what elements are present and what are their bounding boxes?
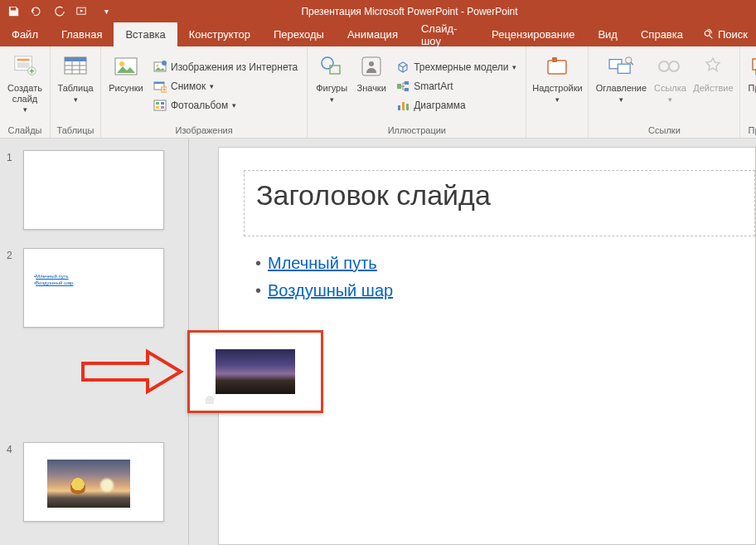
zoom-summary-icon bbox=[608, 53, 634, 80]
title-bar: ▾ Презентация Microsoft PowerPoint - Pow… bbox=[0, 0, 756, 22]
online-pictures-label: Изображения из Интернета bbox=[171, 61, 298, 73]
svg-rect-34 bbox=[402, 102, 405, 110]
tab-help[interactable]: Справка bbox=[629, 22, 695, 46]
pictures-icon bbox=[113, 53, 139, 80]
group-label-tables: Таблицы bbox=[54, 124, 97, 138]
ribbon-group-links: Оглавление ▾ Ссылка ▾ Действие Ссылки bbox=[589, 46, 740, 138]
shapes-button[interactable]: Фигуры ▾ bbox=[311, 48, 352, 124]
table-button[interactable]: Таблица ▾ bbox=[54, 48, 97, 124]
icons-button[interactable]: Значки bbox=[352, 48, 390, 124]
addins-button[interactable]: Надстройки ▾ bbox=[530, 48, 584, 124]
online-pictures-button[interactable]: Изображения из Интернета bbox=[151, 59, 300, 75]
dropdown-caret-icon: ▾ bbox=[330, 95, 334, 104]
thumbnail-row: 1 bbox=[0, 147, 188, 245]
tell-me-search[interactable]: Поиск bbox=[695, 22, 756, 46]
svg-point-26 bbox=[322, 57, 333, 69]
tab-home[interactable]: Главная bbox=[50, 22, 114, 46]
start-from-beginning-icon[interactable] bbox=[76, 5, 90, 18]
dropdown-caret-icon: ▾ bbox=[668, 95, 672, 104]
tab-transitions[interactable]: Переходы bbox=[262, 22, 336, 46]
svg-rect-4 bbox=[17, 59, 30, 61]
group-label-addins bbox=[530, 124, 584, 138]
table-label: Таблица bbox=[57, 83, 93, 94]
svg-point-42 bbox=[659, 61, 669, 71]
svg-line-41 bbox=[632, 62, 634, 65]
tab-view[interactable]: Вид bbox=[586, 22, 629, 46]
slide-title-placeholder[interactable]: Заголовок слайда bbox=[244, 170, 755, 236]
tab-animations[interactable]: Анимация bbox=[336, 22, 410, 46]
bullet-item: • Млечный путь bbox=[255, 254, 393, 273]
pictures-button[interactable]: Рисунки bbox=[104, 48, 148, 124]
new-slide-icon bbox=[12, 53, 38, 80]
group-label-links: Ссылки bbox=[592, 124, 736, 138]
bullet-item: • Воздушный шар bbox=[255, 281, 393, 300]
tab-slideshow[interactable]: Слайд-шоу bbox=[410, 22, 480, 46]
svg-point-1 bbox=[705, 31, 710, 36]
chart-icon bbox=[396, 99, 410, 112]
svg-rect-19 bbox=[154, 82, 164, 84]
slide-thumbnail-1[interactable] bbox=[23, 150, 164, 230]
photo-album-button[interactable]: Фотоальбом ▾ bbox=[151, 97, 300, 114]
svg-point-17 bbox=[162, 61, 167, 66]
hyperlink-2[interactable]: Воздушный шар bbox=[268, 281, 393, 300]
qat-customize-icon[interactable]: ▾ bbox=[99, 5, 113, 18]
screenshot-button[interactable]: Снимок ▾ bbox=[151, 78, 300, 95]
pictures-label: Рисунки bbox=[109, 83, 143, 94]
comment-button[interactable]: Приме bbox=[744, 48, 756, 124]
3d-models-label: Трехмерные модели bbox=[414, 61, 508, 73]
svg-rect-25 bbox=[161, 106, 164, 109]
dragged-slide-thumbnail[interactable] bbox=[187, 330, 323, 413]
new-slide-label: Создать слайд bbox=[3, 83, 46, 104]
3d-models-icon bbox=[396, 61, 410, 74]
slide-number: 2 bbox=[7, 248, 17, 261]
svg-rect-8 bbox=[65, 57, 86, 61]
dropdown-caret-icon: ▾ bbox=[210, 82, 214, 90]
svg-rect-22 bbox=[156, 102, 159, 105]
slide-thumbnail-4[interactable] bbox=[23, 442, 164, 522]
undo-icon[interactable] bbox=[30, 5, 43, 18]
svg-rect-32 bbox=[405, 88, 409, 91]
svg-point-16 bbox=[157, 64, 159, 66]
slide-body-placeholder[interactable]: • Млечный путь • Воздушный шар bbox=[255, 254, 393, 309]
group-label-illustrations: Иллюстрации bbox=[311, 124, 522, 138]
svg-rect-31 bbox=[405, 81, 409, 85]
smartart-button[interactable]: SmartArt bbox=[394, 78, 519, 95]
action-button: Действие bbox=[690, 48, 736, 124]
ribbon-tabs: Файл Главная Вставка Конструктор Переход… bbox=[0, 22, 756, 46]
main-area: 1 2 Млечный путь Воздушный шар 4 Заголов… bbox=[0, 139, 756, 545]
photo-album-icon bbox=[153, 99, 167, 112]
svg-line-2 bbox=[710, 35, 713, 38]
tab-insert[interactable]: Вставка bbox=[114, 22, 177, 46]
thumbnail-image-preview bbox=[216, 349, 295, 394]
chart-button[interactable]: Диаграмма bbox=[394, 97, 519, 114]
zoom-summary-button[interactable]: Оглавление ▾ bbox=[592, 48, 650, 124]
group-label-comments: Приме bbox=[744, 124, 756, 138]
dropdown-caret-icon: ▾ bbox=[555, 95, 560, 104]
tab-file[interactable]: Файл bbox=[0, 22, 50, 46]
shapes-label: Фигуры bbox=[316, 83, 347, 94]
slide-thumbnail-2[interactable]: Млечный путь Воздушный шар bbox=[23, 248, 164, 328]
thumbnail-row: 4 bbox=[0, 439, 188, 525]
tab-review[interactable]: Рецензирование bbox=[480, 22, 586, 46]
icons-icon bbox=[358, 53, 385, 80]
svg-point-29 bbox=[369, 61, 374, 66]
action-icon bbox=[700, 53, 726, 80]
chart-label: Диаграмма bbox=[414, 100, 465, 111]
dropdown-caret-icon: ▾ bbox=[232, 101, 236, 109]
bullet-dot-icon: • bbox=[255, 281, 261, 300]
hyperlink-1[interactable]: Млечный путь bbox=[268, 254, 377, 273]
slide-number: 4 bbox=[7, 442, 17, 455]
bullet-dot-icon: • bbox=[255, 254, 261, 273]
new-slide-button[interactable]: Создать слайд ▾ bbox=[3, 48, 46, 124]
redo-icon[interactable] bbox=[53, 5, 66, 18]
tab-design[interactable]: Конструктор bbox=[177, 22, 262, 46]
screenshot-label: Снимок bbox=[171, 80, 206, 92]
thumbnail-row: 2 Млечный путь Воздушный шар bbox=[0, 245, 188, 331]
addins-icon bbox=[544, 53, 570, 80]
link-icon bbox=[657, 53, 683, 80]
search-label: Поиск bbox=[718, 28, 748, 41]
dropdown-caret-icon: ▾ bbox=[23, 105, 27, 114]
svg-rect-39 bbox=[618, 64, 631, 73]
save-icon[interactable] bbox=[7, 5, 20, 18]
3d-models-button[interactable]: Трехмерные модели ▾ bbox=[394, 59, 519, 75]
